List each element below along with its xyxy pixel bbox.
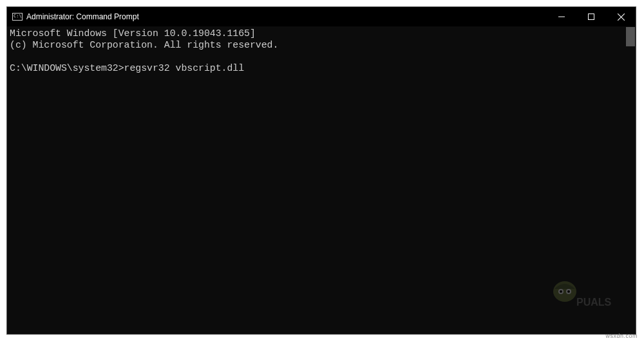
- titlebar[interactable]: C:\ Administrator: Command Prompt: [7, 7, 636, 26]
- svg-text:PUALS: PUALS: [576, 297, 612, 308]
- version-line: Microsoft Windows [Version 10.0.19043.11…: [10, 28, 256, 39]
- svg-rect-1: [589, 14, 594, 20]
- command-prompt-window: C:\ Administrator: Command Prompt: [6, 6, 636, 335]
- window-title: Administrator: Command Prompt: [26, 12, 547, 21]
- copyright-line: (c) Microsoft Corporation. All rights re…: [10, 40, 278, 50]
- cmd-icon: C:\: [12, 13, 23, 21]
- site-watermark: wsxdn.com: [605, 333, 638, 339]
- window-controls: [547, 7, 636, 26]
- maximize-button[interactable]: [576, 7, 606, 26]
- svg-point-8: [567, 290, 570, 293]
- minimize-icon: [558, 14, 565, 20]
- terminal-output: Microsoft Windows [Version 10.0.19043.11…: [7, 26, 636, 75]
- minimize-button[interactable]: [547, 7, 576, 26]
- appuals-watermark-icon: PUALS: [547, 277, 618, 316]
- terminal-body[interactable]: Microsoft Windows [Version 10.0.19043.11…: [7, 26, 636, 334]
- maximize-icon: [588, 14, 594, 20]
- close-button[interactable]: [606, 7, 636, 26]
- svg-point-7: [560, 290, 562, 293]
- close-icon: [618, 14, 625, 21]
- prompt-line: C:\WINDOWS\system32>regsvr32 vbscript.dl…: [10, 63, 244, 73]
- scrollbar-thumb[interactable]: [626, 27, 635, 46]
